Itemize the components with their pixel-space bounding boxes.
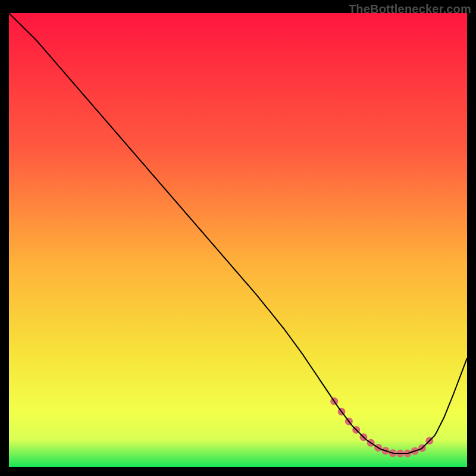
gradient-background — [9, 13, 467, 467]
bottleneck-chart — [9, 13, 467, 467]
chart-stage: TheBottlenecker.com — [0, 0, 476, 476]
plot-area — [9, 13, 467, 467]
watermark-text: TheBottlenecker.com — [349, 2, 471, 16]
